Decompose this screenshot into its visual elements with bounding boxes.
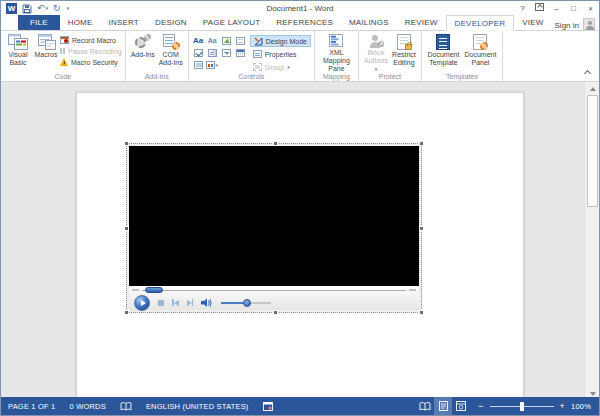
zoom-out-button[interactable]: − [478,402,483,411]
resize-handle[interactable] [124,226,129,231]
ribbon-group-code: Visual Basic Macros Record Macro Pause R… [1,31,126,81]
zoom-in-button[interactable]: + [560,402,565,411]
scrollbar-thumb[interactable] [587,95,598,207]
zoom-slider-thumb[interactable] [520,402,524,411]
add-ins-button[interactable]: Add-Ins [129,33,157,73]
volume-slider[interactable] [221,298,275,308]
picture-content-control-button[interactable] [220,35,233,46]
repeating-section-content-control-button[interactable] [192,59,205,70]
close-button[interactable]: × [582,1,599,16]
date-picker-content-control-button[interactable] [234,47,247,58]
previous-button[interactable] [172,299,179,306]
scroll-up-button[interactable] [585,82,599,95]
visual-basic-icon [8,34,28,50]
tab-view[interactable]: VIEW [514,15,551,30]
play-button[interactable] [134,295,150,311]
seek-bar[interactable] [129,286,419,295]
read-mode-button[interactable] [416,397,434,415]
xml-mapping-pane-label: XML Mapping Pane [318,49,355,73]
avatar-icon[interactable] [583,18,595,30]
checkbox-icon [194,49,203,57]
tab-mailings[interactable]: MAILINGS [341,15,397,30]
combo-box-content-control-button[interactable] [206,47,219,58]
undo-caret-icon[interactable]: ▾ [46,6,49,11]
xml-mapping-pane-button[interactable]: XML Mapping Pane [318,33,355,73]
tab-home[interactable]: HOME [60,15,101,30]
tab-insert[interactable]: INSERT [101,15,147,30]
content-controls-grid: Aa Aa ▾ [192,33,247,70]
resize-handle[interactable] [124,141,129,146]
language-indicator[interactable]: ENGLISH (UNITED STATES) [139,397,256,415]
rich-text-content-control-button[interactable]: Aa [192,35,205,46]
legacy-tools-button[interactable]: ▾ [206,59,219,70]
help-button[interactable]: ? [514,1,531,16]
document-template-button[interactable]: Document Template [425,33,462,73]
maximize-button[interactable]: □ [565,1,582,16]
sign-in-button[interactable]: Sign in [555,21,583,30]
resize-handle[interactable] [419,141,424,146]
check-box-content-control-button[interactable] [192,47,205,58]
resize-handle[interactable] [124,310,129,315]
zoom-level[interactable]: 100% [571,402,591,411]
resize-handle[interactable] [419,310,424,315]
resize-handle[interactable] [419,226,424,231]
seek-thumb[interactable] [145,287,163,293]
tab-review[interactable]: REVIEW [397,15,446,30]
tab-design[interactable]: DESIGN [147,15,195,30]
seek-left-mark [132,289,139,291]
plain-text-content-control-button[interactable]: Aa [206,35,219,46]
macro-recording-button[interactable] [256,397,280,415]
macros-button[interactable]: Macros [32,33,60,73]
seek-track[interactable] [142,290,406,291]
word-count[interactable]: 0 WORDS [63,397,113,415]
record-macro-button[interactable]: Record Macro [60,35,122,45]
ribbon-display-options-button[interactable] [531,1,548,16]
minimize-button[interactable]: – [548,1,565,16]
redo-button[interactable]: ↻ [53,4,61,13]
group-label-templates: Templates [422,73,502,80]
media-video-area[interactable] [129,146,419,286]
com-add-ins-button[interactable]: COM Add-Ins [157,33,185,73]
design-mode-button[interactable]: Design Mode [250,35,311,47]
tab-page-layout[interactable]: PAGE LAYOUT [195,15,268,30]
vertical-scrollbar[interactable] [584,82,599,400]
resize-handle[interactable] [273,310,278,315]
resize-handle[interactable] [273,141,278,146]
document-page[interactable] [76,92,524,400]
document-panel-button[interactable]: Document Panel [462,33,499,73]
next-button[interactable] [187,299,194,306]
macros-label: Macros [35,51,58,59]
tab-references[interactable]: REFERENCES [268,15,341,30]
properties-button[interactable]: Properties [250,48,311,60]
restrict-editing-button[interactable]: Restrict Editing [390,33,418,73]
web-layout-button[interactable] [452,397,470,415]
building-block-gallery-button[interactable] [234,35,247,46]
visual-basic-button[interactable]: Visual Basic [4,33,32,73]
proofing-status-button[interactable] [113,397,139,415]
volume-thumb[interactable] [243,299,251,307]
media-player-control[interactable] [126,143,422,313]
zoom-slider[interactable] [490,402,554,411]
save-button[interactable] [22,4,32,14]
undo-button[interactable]: ↶▾ [37,4,48,13]
redo-icon: ↻ [53,4,61,13]
ribbon-group-templates: Document Template Document Panel Templat… [422,31,503,81]
page-indicator[interactable]: PAGE 1 OF 1 [1,397,63,415]
mute-button[interactable] [201,294,213,312]
media-control-bar [129,286,419,310]
design-mode-label: Design Mode [266,38,307,45]
tab-developer[interactable]: DEVELOPER [446,15,515,30]
record-macro-icon [60,36,69,44]
macro-security-button[interactable]: Macro Security [60,57,122,67]
print-layout-button[interactable] [434,397,452,415]
zoom-controls: − + 100% [470,402,599,411]
gear-icon [480,42,488,50]
word-logo-icon[interactable]: W [6,3,17,14]
collapse-ribbon-button[interactable] [583,69,593,77]
tab-file[interactable]: FILE [18,15,60,30]
customize-qat-button[interactable]: ▾ [67,6,70,11]
block-authors-caret-icon: ▾ [375,66,378,72]
visual-basic-label: Visual Basic [4,51,32,67]
stop-button[interactable] [158,300,164,306]
drop-down-list-content-control-button[interactable] [220,47,233,58]
